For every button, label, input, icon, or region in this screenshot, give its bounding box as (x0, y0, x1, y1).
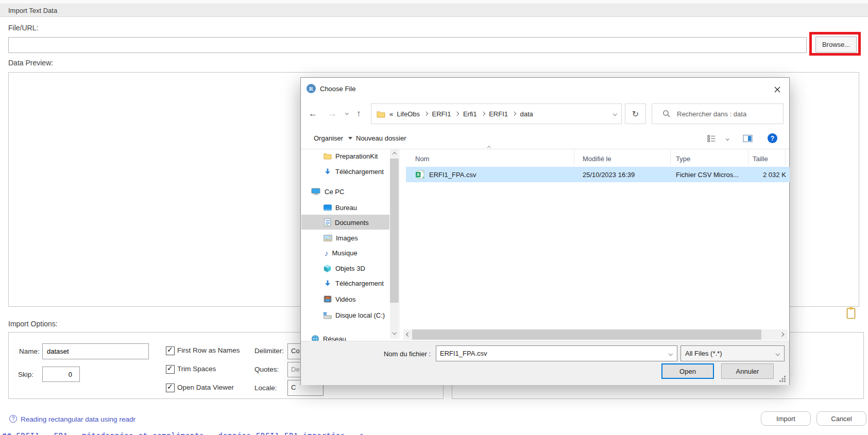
filename-dropdown-icon (668, 352, 672, 356)
dialog-footer: Nom du fichier : ERFI1_FPA.csv All Files… (301, 341, 789, 385)
horizontal-scrollbar-thumb[interactable] (412, 329, 761, 340)
column-divider[interactable] (748, 150, 748, 165)
sidebar-item-preparationkit[interactable]: PreparationKit (301, 149, 389, 163)
preview-pane-icon[interactable] (743, 134, 753, 145)
sidebar-item-images[interactable]: Images (301, 231, 389, 245)
address-dropdown-icon[interactable] (612, 112, 617, 116)
organize-menu[interactable]: Organiser (314, 134, 343, 142)
download-icon (324, 168, 332, 176)
first-row-as-names-checkbox[interactable] (166, 346, 175, 355)
trim-spaces-checkbox[interactable] (166, 365, 175, 374)
computer-icon (311, 187, 321, 196)
horizontal-scrollbar[interactable] (403, 329, 788, 340)
address-bar[interactable]: « LifeObs ERFI1 Erfi1 ERFI1 data (371, 103, 622, 124)
column-header-type[interactable]: Type (676, 155, 690, 163)
sidebar-scrollbar[interactable] (390, 149, 399, 339)
filetype-filter-value: All Files (*.*) (685, 350, 722, 357)
help-button-icon[interactable]: ? (768, 133, 777, 143)
column-divider[interactable] (670, 150, 671, 165)
film-icon (324, 295, 332, 303)
scroll-down-icon[interactable] (390, 329, 399, 338)
sidebar-item-documents[interactable]: Documents (301, 215, 389, 230)
refresh-button[interactable]: ↻ (625, 103, 646, 124)
file-url-input[interactable] (8, 37, 807, 53)
back-icon[interactable]: ← (309, 109, 317, 118)
resize-grip[interactable] (779, 375, 786, 385)
name-label: Name: (19, 347, 40, 355)
file-type: Fichier CSV Micros... (676, 171, 739, 179)
breadcrumb-separator-icon (481, 112, 485, 116)
sidebar-item-telechargement[interactable]: Téléchargement (301, 164, 389, 179)
open-data-viewer-checkbox[interactable] (166, 384, 175, 392)
import-dialog-title: Import Text Data (8, 7, 57, 14)
breadcrumb-data[interactable]: data (520, 110, 533, 118)
import-dialog-titlebar: Import Text Data (0, 4, 868, 17)
annuler-button[interactable]: Annuler (721, 363, 774, 379)
breadcrumb-collapse[interactable]: « (389, 110, 393, 118)
search-box[interactable]: Rechercher dans : data (652, 103, 784, 124)
excel-csv-file-icon: Xa (415, 170, 424, 179)
sidebar-scrollbar-thumb[interactable] (390, 159, 399, 303)
close-icon[interactable] (769, 83, 786, 96)
breadcrumb-erfi1[interactable]: ERFI1 (432, 110, 451, 118)
list-view-icon[interactable] (707, 135, 716, 144)
column-header-modifie-le[interactable]: Modifié le (583, 155, 611, 163)
browse-button[interactable]: Browse... (815, 37, 857, 53)
locale-label: Locale: (254, 384, 277, 392)
column-divider[interactable] (574, 150, 574, 165)
file-modified: 25/10/2023 16:39 (583, 171, 635, 179)
open-button[interactable]: Open (661, 363, 714, 379)
scroll-up-icon[interactable] (390, 149, 399, 158)
cancel-button[interactable]: Cancel (816, 411, 866, 426)
scroll-right-icon[interactable] (778, 329, 788, 340)
filetype-filter-combobox[interactable]: All Files (*.*) (680, 345, 785, 361)
column-header-nom[interactable]: Nom (415, 155, 429, 163)
filter-dropdown-icon (775, 352, 779, 356)
breadcrumb-erfi1-lower[interactable]: Erfi1 (463, 110, 477, 118)
scroll-left-icon[interactable] (403, 329, 412, 340)
sidebar-item-bureau[interactable]: Bureau (301, 200, 389, 215)
import-button[interactable]: Import (761, 411, 811, 426)
delimiter-label: Delimiter: (254, 347, 284, 355)
breadcrumb-separator-icon (512, 112, 516, 116)
search-placeholder: Rechercher dans : data (677, 110, 746, 118)
new-folder-button[interactable]: Nouveau dossier (356, 134, 406, 142)
folder-icon (324, 152, 332, 160)
sidebar-item-videos[interactable]: Vidéos (301, 292, 389, 306)
sidebar-item-telechargement-2[interactable]: Téléchargement (301, 276, 389, 290)
filename-label: Nom du fichier : (332, 350, 431, 358)
readr-help-link[interactable]: Reading rectangular data using readr (21, 415, 135, 423)
folder-icon (377, 110, 385, 118)
svg-text:X: X (417, 172, 420, 177)
filename-combobox[interactable]: ERFI1_FPA.csv (436, 345, 677, 361)
breadcrumb-erfi1-2[interactable]: ERFI1 (489, 110, 508, 118)
history-chevron-icon[interactable] (345, 111, 348, 114)
file-url-label: File/URL: (8, 24, 38, 32)
view-dropdown-icon[interactable] (726, 137, 729, 140)
file-name: ERFI1_FPA.csv (429, 171, 476, 179)
desktop-icon (324, 204, 332, 211)
screen: { "rstudio": { "titlebar": "Import Text … (0, 0, 868, 435)
forward-icon[interactable]: → (328, 109, 337, 118)
organize-dropdown-icon (348, 137, 352, 140)
help-icon[interactable]: ? (9, 415, 17, 423)
column-divider[interactable] (785, 150, 786, 165)
picture-icon (324, 235, 332, 241)
name-input[interactable] (42, 343, 149, 359)
copy-code-clipboard-icon[interactable] (846, 307, 856, 321)
sidebar-item-musique[interactable]: ♪ Musique (301, 246, 389, 260)
clipped-console-text: ## ERFI1 · FPA — métadonnées et compléme… (2, 431, 363, 435)
window-top-strip (0, 0, 868, 4)
breadcrumb-separator-icon (455, 112, 459, 116)
skip-input[interactable] (42, 367, 80, 382)
file-row-erfi1-fpa[interactable]: Xa ERFI1_FPA.csv 25/10/2023 16:39 Fichie… (406, 167, 790, 182)
sidebar-item-objets-3d[interactable]: Objets 3D (301, 261, 389, 275)
sidebar-item-disque-local[interactable]: Disque local (C:) (301, 308, 389, 322)
search-icon (662, 110, 671, 118)
breadcrumb-separator-icon (424, 112, 428, 116)
command-toolbar: Organiser Nouveau dossier ? (301, 128, 789, 149)
up-icon[interactable]: ↑ (356, 109, 361, 118)
breadcrumb-lifeobs[interactable]: LifeObs (397, 110, 420, 118)
column-header-taille[interactable]: Taille (753, 155, 768, 163)
sidebar-item-ce-pc[interactable]: Ce PC (301, 184, 389, 199)
